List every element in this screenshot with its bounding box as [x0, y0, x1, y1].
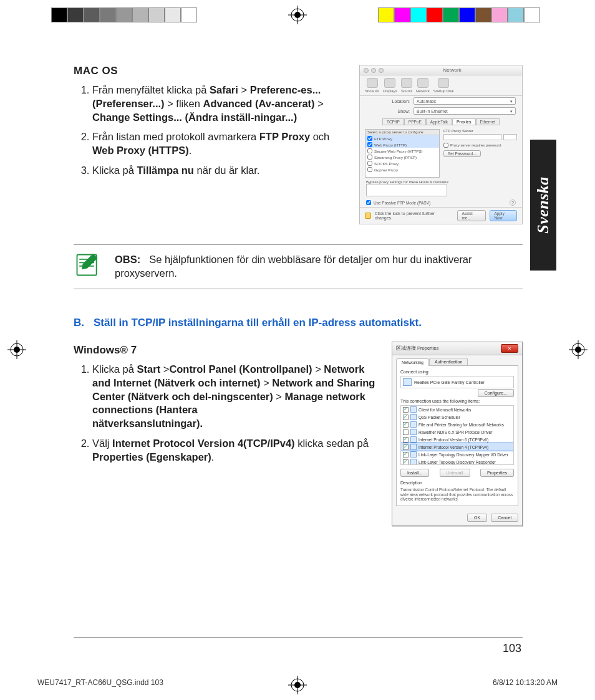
passive-ftp-checkbox[interactable]	[366, 200, 371, 205]
page-number: 103	[503, 642, 521, 655]
list-item[interactable]: Internet Protocol Version 4 (TCP/IPv4)	[401, 443, 513, 451]
proxy-requires-password-checkbox[interactable]	[443, 142, 448, 148]
mac-network-dialog: Network Show All Displays Sound Network …	[359, 65, 523, 224]
tab-ethernet[interactable]: Ethernet	[476, 118, 500, 125]
language-tab-label: Svenska	[534, 176, 553, 234]
socks-proxy-checkbox[interactable]	[367, 161, 372, 166]
print-colorbar-right	[378, 7, 540, 22]
macos-heading: MAC OS	[74, 65, 351, 77]
note-text: Se hjälpfunktionen för din webbläsare fö…	[115, 254, 472, 279]
list-item[interactable]: Internet Protocol Version 6 (TCP/IPv6)	[401, 436, 513, 443]
web-proxy-checkbox[interactable]	[367, 142, 372, 147]
toolbar-showall[interactable]: Show All	[365, 78, 379, 93]
tab-proxies[interactable]: Proxies	[452, 118, 476, 125]
proxy-port-input[interactable]	[503, 134, 517, 140]
bypass-hosts-input[interactable]	[366, 184, 447, 196]
registration-mark-icon	[288, 6, 307, 24]
macos-step-3: Klicka på Tillämpa nu när du är klar.	[92, 164, 351, 178]
macos-step-2: Från listan med protokoll avmarkera FTP …	[92, 130, 351, 158]
set-password-button[interactable]: Set Password...	[443, 150, 481, 157]
tab-appletalk[interactable]: AppleTalk	[426, 118, 452, 125]
toolbar-sound[interactable]: Sound	[401, 78, 412, 93]
nic-icon	[403, 378, 412, 386]
secure-web-proxy-checkbox[interactable]	[367, 148, 372, 153]
protocol-icon	[410, 436, 417, 443]
win7-step-1: Klicka på Start >Control Panel (Kontroll…	[92, 363, 383, 431]
note-icon	[74, 251, 101, 281]
print-file-ref: WEU7417_RT-AC66U_QSG.indd 103	[37, 678, 163, 687]
properties-button[interactable]: Properties	[480, 469, 514, 477]
protocol-icon	[410, 406, 417, 413]
protocol-icon	[410, 429, 417, 435]
streaming-proxy-checkbox[interactable]	[367, 155, 372, 160]
windows7-heading: Windows® 7	[74, 344, 383, 357]
print-datetime: 6/8/12 10:13:20 AM	[493, 678, 558, 687]
print-footer: WEU7417_RT-AC66U_QSG.indd 103 6/8/12 10:…	[37, 678, 558, 687]
show-select[interactable]: Built-in Ethernet	[414, 107, 516, 115]
registration-mark-icon	[569, 340, 588, 359]
proxy-host-input[interactable]	[443, 134, 501, 140]
registration-mark-icon	[7, 340, 26, 359]
print-colorbar-left	[51, 7, 197, 22]
list-item[interactable]: Rawether NDIS 6.X SPR Protocol Driver	[401, 428, 513, 436]
tab-authentication[interactable]: Authentication	[429, 358, 468, 365]
connection-items-list[interactable]: Client for Microsoft NetworksQoS Packet …	[400, 405, 514, 465]
location-select[interactable]: Automatic	[414, 97, 516, 105]
mac-dialog-title: Network	[443, 67, 461, 73]
section-b-heading: B. Ställ in TCP/IP inställningarna till …	[74, 317, 523, 329]
close-icon[interactable]: ×	[501, 344, 518, 353]
note-label: OBS:	[115, 254, 140, 265]
bottom-rule	[74, 637, 523, 638]
assist-button[interactable]: Assist me...	[457, 210, 486, 221]
toolbar-startup[interactable]: Startup Disk	[433, 78, 454, 93]
uninstall-button[interactable]: Uninstall	[440, 469, 470, 477]
mac-close-icon[interactable]	[364, 68, 369, 73]
help-icon[interactable]: ?	[510, 199, 516, 206]
mac-prefs-toolbar: Show All Displays Sound Network Startup …	[360, 75, 522, 96]
item-checkbox[interactable]	[403, 452, 409, 458]
list-item[interactable]: File and Printer Sharing for Microsoft N…	[401, 421, 513, 428]
gopher-proxy-checkbox[interactable]	[367, 167, 372, 172]
mac-zoom-icon[interactable]	[379, 68, 384, 73]
item-checkbox[interactable]	[403, 459, 409, 465]
proxy-list[interactable]: Select a proxy server to configure: FTP …	[365, 129, 440, 178]
description-text: Transmission Control Protocol/Internet P…	[400, 487, 514, 502]
macos-step-1: Från menyfältet klicka på Safari > Prefe…	[92, 84, 351, 124]
item-checkbox[interactable]	[403, 429, 409, 435]
toolbar-displays[interactable]: Displays	[383, 78, 397, 93]
toolbar-network[interactable]: Network	[416, 78, 430, 93]
item-checkbox[interactable]	[403, 422, 409, 428]
tab-pppoe[interactable]: PPPoE	[404, 118, 426, 125]
item-checkbox[interactable]	[403, 437, 409, 443]
apply-now-button[interactable]: Apply Now	[490, 210, 517, 221]
lock-icon[interactable]	[365, 213, 371, 219]
configure-button[interactable]: Configure...	[478, 389, 514, 397]
protocol-icon	[410, 444, 417, 450]
win7-step-2: Välj Internet Protocol Version 4(TCP/IPv…	[92, 437, 383, 464]
ftp-proxy-checkbox[interactable]	[367, 136, 372, 141]
tab-tcpip[interactable]: TCP/IP	[382, 118, 404, 125]
win-dialog-title: 区域连接 Properties	[396, 345, 438, 352]
list-item[interactable]: Client for Microsoft Networks	[401, 406, 513, 413]
mac-minimize-icon[interactable]	[371, 68, 376, 73]
list-item[interactable]: QoS Packet Scheduler	[401, 413, 513, 421]
protocol-icon	[410, 414, 417, 420]
mac-tabs: TCP/IP PPPoE AppleTalk Proxies Ethernet	[360, 118, 522, 125]
item-checkbox[interactable]	[403, 444, 409, 450]
windows-properties-dialog: 区域连接 Properties × Networking Authenticat…	[392, 342, 523, 526]
ok-button[interactable]: OK	[467, 514, 487, 522]
note-box: OBS:Se hjälpfunktionen för din webbläsar…	[74, 244, 523, 289]
protocol-icon	[410, 459, 417, 465]
tab-networking[interactable]: Networking	[396, 358, 429, 366]
protocol-icon	[410, 451, 417, 458]
protocol-icon	[410, 421, 417, 428]
nic-row: Realtek PCIe GBE Family Controller	[400, 376, 514, 388]
item-checkbox[interactable]	[403, 407, 409, 413]
language-tab: Svenska	[530, 140, 556, 271]
list-item[interactable]: Link-Layer Topology Discovery Responder	[401, 458, 513, 465]
list-item[interactable]: Link-Layer Topology Discovery Mapper I/O…	[401, 451, 513, 458]
item-checkbox[interactable]	[403, 415, 409, 420]
install-button[interactable]: Install...	[400, 469, 429, 477]
cancel-button[interactable]: Cancel	[491, 514, 518, 522]
